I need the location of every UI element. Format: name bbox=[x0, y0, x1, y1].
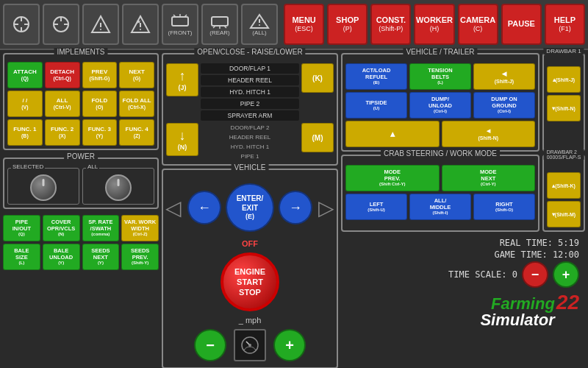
oc-m-btn[interactable]: (M) bbox=[301, 123, 334, 152]
const-button[interactable]: CONST. (Shift-P) bbox=[370, 4, 411, 45]
shop-button[interactable]: SHOP (P) bbox=[327, 4, 368, 45]
mode-next-btn[interactable]: MODENEXT(Ctrl-Y) bbox=[442, 165, 536, 191]
help-button[interactable]: HELP (F1) bbox=[545, 4, 585, 45]
crab-left-btn[interactable]: LEFT(Shift-U) bbox=[345, 194, 407, 220]
selected-knob[interactable] bbox=[30, 174, 57, 201]
big-right-arrow[interactable]: ▷ bbox=[318, 196, 334, 220]
drawbar2-panel: DRAWBAR 20000S/FLAP-S ▴(Shift-K) ▾(Shift… bbox=[542, 155, 585, 232]
speedometer-btn[interactable] bbox=[234, 329, 266, 361]
fold-btn[interactable]: FOLD(O) bbox=[82, 91, 118, 117]
worker-button[interactable]: WORKER (H) bbox=[414, 4, 454, 45]
fold-all-btn[interactable]: FOLD ALL(Ctrl-X) bbox=[119, 91, 154, 117]
drawbar2-title: DRAWBAR 20000S/FLAP-S bbox=[544, 149, 584, 160]
real-time-display: REAL TIME: 5:19 bbox=[500, 238, 579, 248]
tension-belts-btn[interactable]: TENSIONBELTS(L) bbox=[409, 63, 471, 90]
vehicle-plus-btn[interactable]: + bbox=[273, 329, 306, 361]
front-light-icon[interactable]: (FRONT) bbox=[162, 4, 198, 45]
mode-prev-btn[interactable]: MODEPREV.(Shift Ctrl-Y) bbox=[345, 165, 440, 191]
vehicle-left-btn[interactable]: ← bbox=[187, 191, 221, 224]
hazard-icon[interactable]: ★ bbox=[122, 4, 159, 45]
vt-grid: ACT/LOADREFUEL(B) TENSIONBELTS(L) ◂(Shif… bbox=[345, 63, 535, 118]
power-title: POWER bbox=[64, 152, 98, 160]
oc-k-btn[interactable]: (K) bbox=[301, 63, 334, 93]
right-top: VEHICLE / TRAILER ACT/LOADREFUEL(B) TENS… bbox=[341, 53, 585, 152]
crab-middle-btn[interactable]: ALL/MIDDLE(Shift-I) bbox=[409, 194, 471, 220]
oc-sublabel-1: DOOR/FLAP 2 bbox=[201, 123, 299, 132]
vehicle-minus-btn[interactable]: − bbox=[194, 329, 226, 361]
seeds-next-btn[interactable]: SEEDSNEXT(Y) bbox=[82, 244, 120, 270]
drawbar2-up-btn[interactable]: ▴(Shift-K) bbox=[547, 172, 581, 199]
enter-exit-btn[interactable]: ENTER/EXIT(E) bbox=[226, 183, 274, 232]
prev-btn[interactable]: PREV(Shift-G) bbox=[82, 62, 118, 88]
oc-sublabel-3: HYD. HITCH 1 bbox=[201, 142, 299, 152]
dump-ground-btn[interactable]: DUMP ONGROUND(Ctrl-I) bbox=[473, 92, 535, 118]
next-btn[interactable]: NEXT(G) bbox=[119, 62, 154, 88]
act-load-btn[interactable]: ACT/LOADREFUEL(B) bbox=[345, 63, 407, 90]
bale-unload-btn[interactable]: BALEUNLOAD(Y) bbox=[43, 244, 80, 270]
drawbar1-title: DRAWBAR 1 bbox=[543, 48, 584, 54]
drawbar1-down-btn[interactable]: ▾(Shift-N) bbox=[547, 95, 581, 121]
time-scale-display: TIME SCALE: 0 bbox=[448, 269, 517, 280]
drawbar1-up-btn[interactable]: ▴(Shift-J) bbox=[547, 66, 581, 93]
svg-point-14 bbox=[140, 29, 141, 30]
attach-btn[interactable]: ATTACH(Q) bbox=[7, 62, 43, 88]
oc-down-btn[interactable]: ↓(N) bbox=[166, 123, 198, 156]
right-bottom: CRAB STEERING / WORK MODE MODEPREV.(Shif… bbox=[341, 155, 585, 232]
implements-panel: IMPLEMENTS ATTACH(Q) DETACH(Ctrl-Q) PREV… bbox=[3, 53, 159, 150]
game-time-display: GAME TIME: 12:00 bbox=[494, 250, 579, 260]
headlights-icon[interactable] bbox=[3, 4, 40, 45]
crab-right-btn[interactable]: RIGHT(Shift-O) bbox=[473, 194, 535, 220]
all-label: ALL bbox=[86, 163, 99, 170]
oc-sublabel-4: PIPE 1 bbox=[201, 152, 299, 161]
oc-label-2: HEADER REEL bbox=[201, 75, 299, 85]
vt-arrow3-btn[interactable]: ◂(Shift-N) bbox=[442, 121, 536, 147]
cover-btn[interactable]: COVEROPR/VCLS(N) bbox=[43, 215, 80, 241]
detach-btn[interactable]: DETACH(Ctrl-Q) bbox=[45, 62, 80, 88]
rear-light-icon[interactable]: (REAR) bbox=[201, 4, 238, 45]
varwork-btn[interactable]: VAR. WORKWIDTH(Ctrl-Z) bbox=[121, 215, 159, 241]
menu-button[interactable]: MENU (ESC) bbox=[284, 4, 324, 45]
all-lights-icon[interactable]: (ALL) bbox=[241, 4, 278, 45]
all-btn[interactable]: ALL(Ctrl-V) bbox=[45, 91, 80, 117]
oc-label-4: PIPE 2 bbox=[201, 99, 299, 109]
vehicle-right-btn[interactable]: → bbox=[279, 191, 312, 224]
slash-btn[interactable]: / /(V) bbox=[7, 91, 43, 117]
bale-size-btn[interactable]: BALESIZE(L) bbox=[3, 244, 40, 270]
tipside-btn[interactable]: TIPSIDE(U) bbox=[345, 92, 407, 118]
implements-title: IMPLEMENTS bbox=[54, 48, 107, 56]
func4-btn[interactable]: FUNC. 4(Z) bbox=[119, 119, 154, 146]
fs-logo-sim: Simulator bbox=[480, 312, 554, 328]
warning-icon[interactable] bbox=[82, 4, 119, 45]
timescale-minus-btn[interactable]: − bbox=[522, 261, 548, 288]
vt-arrow2-btn[interactable]: ▴ bbox=[345, 121, 440, 147]
sprate-btn[interactable]: SP. RATE/SWATH(comma) bbox=[82, 215, 120, 241]
oc-sublabel-2: HEADER REEL bbox=[201, 132, 299, 142]
vt-arrow1-btn[interactable]: ◂(Shift-J) bbox=[473, 63, 535, 90]
pipe-inout-btn[interactable]: PIPEIN/OUT(Q) bbox=[3, 215, 40, 241]
openclose-title: OPEN/CLOSE - RAISE/LOWER bbox=[194, 48, 305, 56]
openclose-panel: OPEN/CLOSE - RAISE/LOWER ↑(J) DOOR/FLAP … bbox=[162, 53, 338, 166]
selected-label: SELECTED bbox=[11, 163, 45, 170]
svg-rect-20 bbox=[212, 17, 228, 26]
big-left-arrow[interactable]: ◁ bbox=[165, 196, 182, 220]
svg-point-26 bbox=[259, 24, 260, 26]
camera-button[interactable]: CAMERA (C) bbox=[458, 4, 498, 45]
svg-point-29 bbox=[248, 344, 251, 347]
func1-btn[interactable]: FUNC. 1(B) bbox=[7, 119, 43, 146]
oc-label-5: SPRAYER ARM bbox=[201, 110, 299, 121]
top-bar: ★ (FRONT) (REAR) (ALL) MENU (ESC) SHOP (… bbox=[0, 0, 588, 50]
vehicle-ctrl-panel: VEHICLE ◁ ← ENTER/EXIT(E) → ▷ OFF ENGINE… bbox=[162, 169, 338, 368]
all-knob[interactable] bbox=[105, 174, 132, 201]
headlights2-icon[interactable] bbox=[43, 4, 79, 45]
power-panel: POWER SELECTED ALL bbox=[3, 158, 159, 209]
pause-button[interactable]: PAUSE bbox=[501, 4, 542, 45]
seeds-prev-btn[interactable]: SEEDSPREV.(Shift-Y) bbox=[121, 244, 159, 270]
center-panel: OPEN/CLOSE - RAISE/LOWER ↑(J) DOOR/FLAP … bbox=[162, 53, 338, 365]
oc-up-btn[interactable]: ↑(J) bbox=[166, 63, 198, 96]
engine-start-btn[interactable]: ENGINESTARTSTOP bbox=[220, 252, 279, 311]
func2-btn[interactable]: FUNC. 2(X) bbox=[45, 119, 80, 146]
timescale-plus-btn[interactable]: + bbox=[553, 261, 579, 288]
dump-unload-btn[interactable]: DUMP/UNLOAD(Ctrl-I) bbox=[409, 92, 471, 118]
func3-btn[interactable]: FUNC. 3(Y) bbox=[82, 119, 118, 146]
drawbar2-down-btn[interactable]: ▾(Shift-M) bbox=[547, 201, 581, 227]
